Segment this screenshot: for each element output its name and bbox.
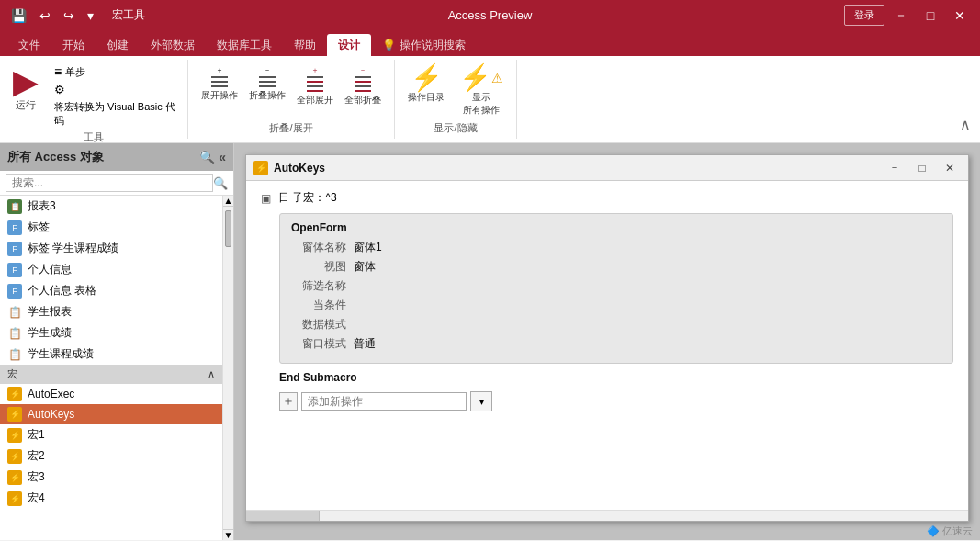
macro1-icon: ⚡ <box>7 428 22 443</box>
nav-chevron-left-icon[interactable]: « <box>219 150 226 164</box>
nav-search: 🔍 <box>0 171 233 196</box>
status-bar: 🔷 亿速云 <box>919 523 980 540</box>
redo-button[interactable]: ↪ <box>60 6 78 25</box>
single-step-button[interactable]: ≡ 单步 <box>51 63 180 80</box>
openform-title: OpenForm <box>291 221 941 234</box>
action-catalog-button[interactable]: ⚡ 操作目录 <box>404 63 448 106</box>
convert-label: 将宏转换为 Visual Basic 代码 <box>54 100 177 128</box>
nav-item-student-score[interactable]: 📋 学生成绩 <box>0 322 222 344</box>
ribbon-tabs: 文件 开始 创建 外部数据 数据库工具 帮助 设计 💡操作说明搜索 <box>0 30 980 56</box>
openform-label-condition: 当条件 <box>291 298 346 313</box>
openform-row-filter-name: 筛选名称 <box>291 278 941 294</box>
collapse-ribbon-button[interactable]: ∧ <box>954 114 976 135</box>
report3-icon: 📋 <box>7 326 22 341</box>
undo-button[interactable]: ↩ <box>36 6 54 25</box>
scroll-thumb[interactable] <box>225 210 231 247</box>
tab-create[interactable]: 创建 <box>96 34 140 56</box>
autokeys-scrollbar-h[interactable] <box>246 510 968 521</box>
nav-item-macro4-label: 宏4 <box>28 490 45 506</box>
nav-item-label-text: 标签 <box>28 220 50 235</box>
scroll-down-btn[interactable]: ▼ <box>223 529 233 540</box>
nav-item-macro1[interactable]: ⚡ 宏1 <box>0 424 222 445</box>
add-action-button[interactable]: ＋ <box>279 392 298 411</box>
autokeys-restore-btn[interactable]: □ <box>911 158 933 178</box>
nav-item-label[interactable]: F 标签 <box>0 217 222 238</box>
openform-row-condition: 当条件 <box>291 298 941 313</box>
tab-external-data[interactable]: 外部数据 <box>140 34 206 56</box>
nav-item-macro3[interactable]: ⚡ 宏3 <box>0 467 222 488</box>
autokeys-title-icon: ⚡ <box>253 161 268 175</box>
macro4-icon: ⚡ <box>7 491 22 506</box>
search-magnify-icon[interactable]: 🔍 <box>213 176 228 190</box>
nav-item-student-course-score[interactable]: 📋 学生课程成绩 <box>0 344 222 365</box>
macro2-icon: ⚡ <box>7 449 22 464</box>
fold-group-label: 折叠/展开 <box>197 121 385 135</box>
expand-all-label: 全部展开 <box>297 94 333 107</box>
action-catalog-icon: ⚡ <box>411 65 443 91</box>
save-button[interactable]: 💾 <box>7 6 30 25</box>
form3-icon: F <box>7 263 22 277</box>
openform-label-form-name: 窗体名称 <box>291 240 346 255</box>
scroll-up-btn[interactable]: ▲ <box>223 196 233 207</box>
autokeys-minimize-btn[interactable]: － <box>884 158 906 178</box>
nav-header-icons: 🔍 « <box>199 150 226 164</box>
nav-item-personal-table[interactable]: F 个人信息 表格 <box>0 280 222 301</box>
openform-label-data-mode: 数据模式 <box>291 317 346 332</box>
title-bar-controls: 登录 － □ ✕ <box>844 3 973 28</box>
h-scroll-thumb[interactable] <box>246 511 320 521</box>
nav-items-list: 📋 报表3 F 标签 F 标签 学生课程成绩 F 个人信息 F 个人信息 <box>0 196 222 540</box>
add-action-input[interactable] <box>301 392 467 411</box>
nav-item-personal-text: 个人信息 <box>28 262 72 277</box>
run-button[interactable]: ▶ 运行 <box>7 63 44 114</box>
autokeys-content: ▣ 日 子宏：^3 OpenForm 窗体名称 窗体1 视图 窗体 筛选名 <box>246 181 968 510</box>
collapse-all-label: 全部折叠 <box>344 94 381 107</box>
customize-button[interactable]: ▾ <box>84 6 97 25</box>
show-all-button[interactable]: ⚡⚠ 显示所有操作 <box>456 63 507 118</box>
run-label: 运行 <box>16 98 36 112</box>
form4-icon: F <box>7 284 22 299</box>
nav-item-autokeys[interactable]: ⚡ AutoKeys <box>0 404 222 424</box>
expand-all-button[interactable]: ＋ 全部展开 <box>293 63 337 108</box>
show-group-label: 显示/隐藏 <box>404 121 507 135</box>
tab-file[interactable]: 文件 <box>7 34 51 56</box>
nav-section-expand-icon[interactable]: ∧ <box>208 368 215 380</box>
macro-expand-icon[interactable]: ▣ <box>261 192 271 205</box>
macro-autoexec-icon: ⚡ <box>7 387 22 401</box>
tab-search[interactable]: 💡操作说明搜索 <box>371 34 477 56</box>
add-action-dropdown[interactable]: ▾ <box>470 391 492 411</box>
tab-database-tools[interactable]: 数据库工具 <box>206 34 283 56</box>
openform-row-form-name: 窗体名称 窗体1 <box>291 240 941 255</box>
collapse-all-button[interactable]: － 全部折叠 <box>341 63 385 108</box>
expand-action-icon: ＋ <box>211 65 228 87</box>
tools-small-buttons: ≡ 单步 ⚙ 将宏转换为 Visual Basic 代码 <box>51 63 180 129</box>
nav-item-autoexec[interactable]: ⚡ AutoExec <box>0 384 222 404</box>
nav-search-icon[interactable]: 🔍 <box>199 150 215 164</box>
nav-item-label-course[interactable]: F 标签 学生课程成绩 <box>0 238 222 259</box>
maximize-button[interactable]: □ <box>918 3 943 28</box>
form2-icon: F <box>7 242 22 256</box>
minimize-button[interactable]: － <box>888 3 914 28</box>
title-bar: 💾 ↩ ↪ ▾ 宏工具 Access Preview 登录 － □ ✕ <box>0 0 980 30</box>
tab-home[interactable]: 开始 <box>51 34 96 56</box>
nav-item-personal[interactable]: F 个人信息 <box>0 259 222 280</box>
main-area: 所有 Access 对象 🔍 « 🔍 📋 报表3 F 标签 <box>0 143 980 540</box>
nav-item-macro2[interactable]: ⚡ 宏2 <box>0 445 222 467</box>
tab-design[interactable]: 设计 <box>327 34 371 56</box>
collapse-action-button[interactable]: － 折叠操作 <box>245 63 289 104</box>
tab-help[interactable]: 帮助 <box>283 34 327 56</box>
nav-scrollbar[interactable]: ▲ ▼ <box>222 196 233 540</box>
login-button[interactable]: 登录 <box>844 5 884 26</box>
autokeys-close-btn[interactable]: ✕ <box>939 158 961 178</box>
nav-item-student-report[interactable]: 📋 学生报表 <box>0 301 222 322</box>
close-button[interactable]: ✕ <box>947 3 973 28</box>
nav-item-report3[interactable]: 📋 报表3 <box>0 196 222 217</box>
single-step-label: 单步 <box>65 65 85 79</box>
nav-search-input[interactable] <box>6 174 213 192</box>
autokeys-title-text: AutoKeys <box>274 162 878 175</box>
show-buttons: ⚡ 操作目录 ⚡⚠ 显示所有操作 <box>404 63 507 119</box>
openform-block: OpenForm 窗体名称 窗体1 视图 窗体 筛选名称 当条件 <box>279 213 953 364</box>
convert-macro-button[interactable]: ⚙ 将宏转换为 Visual Basic 代码 <box>51 82 180 129</box>
expand-action-button[interactable]: ＋ 展开操作 <box>197 63 242 104</box>
nav-item-macro4[interactable]: ⚡ 宏4 <box>0 488 222 509</box>
nav-item-student-score-text: 学生成绩 <box>28 325 72 341</box>
